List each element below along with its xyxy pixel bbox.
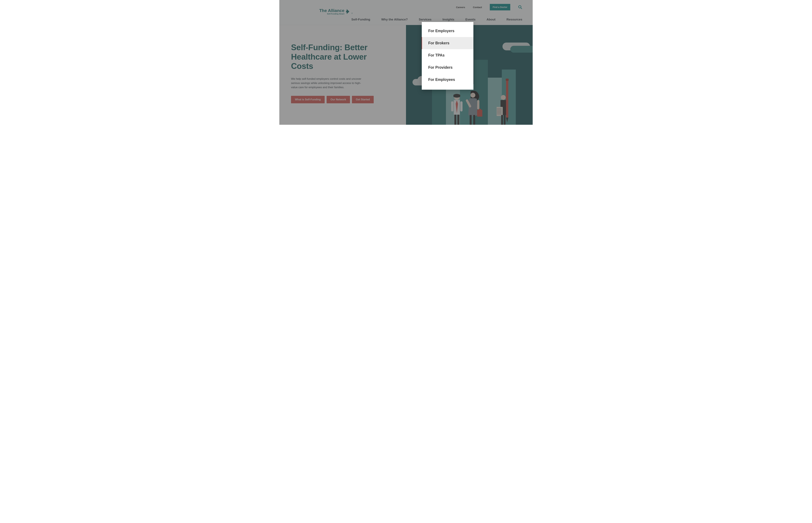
cloud-icon [510,46,533,53]
nav-about[interactable]: About [486,18,496,21]
hero-section: Self-Funding: Better Healthcare at Lower… [279,25,533,125]
find-doctor-button[interactable]: Find a Doctor [490,4,510,11]
svg-rect-17 [473,115,475,125]
contact-link[interactable]: Contact [473,6,482,8]
site-logo[interactable]: The Alliance Self-Funding Smart ® [319,8,353,15]
utility-bar: Careers Contact Find a Doctor [456,4,522,11]
nav-events[interactable]: Events [465,18,476,21]
svg-rect-15 [479,109,481,110]
dropdown-item-brokers[interactable]: For Brokers [422,37,474,49]
svg-rect-26 [501,115,503,125]
site-header: Careers Contact Find a Doctor The Allian… [279,0,533,25]
dropdown-item-providers[interactable]: For Providers [422,61,474,74]
pen-icon [505,78,510,125]
svg-rect-7 [451,101,454,111]
hero-title: Self-Funding: Better Healthcare at Lower… [291,43,379,71]
businesswoman-icon [464,91,482,125]
logo-registered: ® [352,13,353,14]
svg-marker-30 [506,118,508,123]
services-dropdown: For Employers For Brokers For TPAs For P… [422,22,474,90]
svg-rect-10 [457,115,459,125]
nav-resources[interactable]: Resources [506,18,522,21]
primary-nav: Self-Funding Why the Alliance? Services … [351,18,522,21]
svg-rect-13 [477,100,479,109]
nav-why-alliance[interactable]: Why the Alliance? [381,18,408,21]
hero-copy: Self-Funding: Better Healthcare at Lower… [279,25,406,125]
hero-cta-row: What is Self-Funding Our Network Get Sta… [291,96,406,103]
careers-link[interactable]: Careers [456,6,465,8]
svg-point-11 [470,93,475,97]
svg-rect-16 [470,115,472,125]
get-started-button[interactable]: Get Started [352,96,374,103]
svg-rect-14 [477,110,482,116]
our-network-button[interactable]: Our Network [327,96,350,103]
dropdown-item-tpas[interactable]: For TPAs [422,49,474,61]
svg-marker-2 [347,9,349,14]
businessman-icon [450,94,463,125]
nav-insights[interactable]: Insights [443,18,455,21]
logo-brand: The Alliance [319,8,345,13]
svg-rect-9 [455,115,456,125]
hero-blurb: We help self-funded employers control co… [291,77,367,90]
svg-rect-28 [506,80,508,118]
search-icon[interactable] [518,5,522,9]
svg-rect-8 [460,101,462,111]
nav-services[interactable]: Services [419,18,431,21]
logo-tagline: Self-Funding Smart [327,13,345,15]
logo-mark-icon [346,8,350,15]
nav-self-funding[interactable]: Self-Funding [351,18,370,21]
svg-rect-29 [506,78,509,81]
what-is-self-funding-button[interactable]: What is Self-Funding [291,96,325,103]
svg-point-0 [519,5,521,8]
dropdown-item-employers[interactable]: For Employers [422,25,474,37]
dropdown-item-employees[interactable]: For Employees [422,74,474,86]
svg-line-1 [521,7,522,9]
